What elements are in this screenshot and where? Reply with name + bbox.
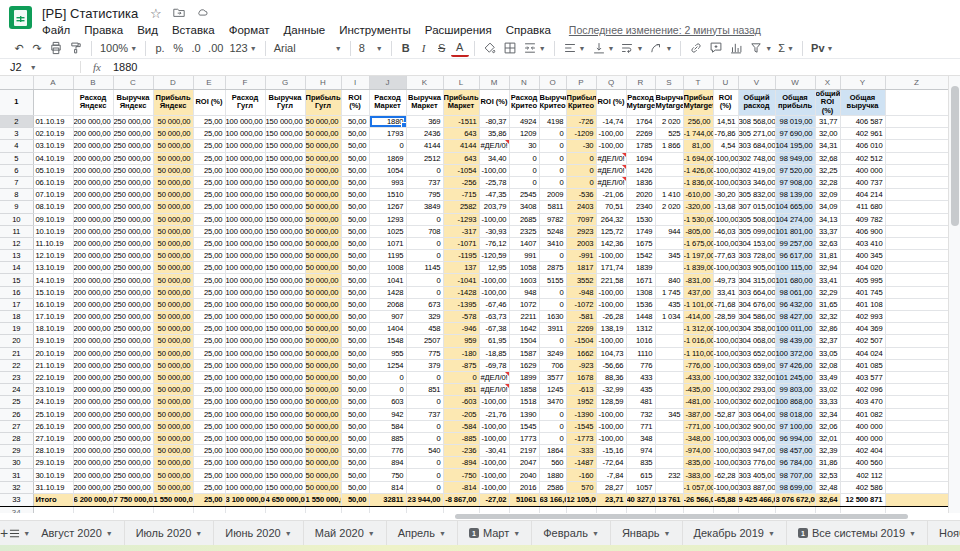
text-color-button[interactable]: A bbox=[451, 39, 469, 57]
menu-6[interactable]: Инструменты bbox=[333, 24, 417, 36]
cell[interactable]: 1 034 bbox=[655, 311, 683, 323]
cell[interactable]: 540 bbox=[406, 445, 443, 457]
cell[interactable]: 25,00 bbox=[193, 116, 225, 128]
column-title[interactable]: Прибыль Яндекс bbox=[153, 89, 193, 116]
cell[interactable]: 200 000,00 bbox=[73, 432, 113, 444]
cell[interactable]: 0 bbox=[539, 140, 566, 152]
column-title[interactable]: ROI (%) bbox=[713, 89, 738, 116]
cell[interactable] bbox=[885, 396, 948, 408]
cell[interactable]: 50,00 bbox=[341, 457, 369, 469]
cell-date[interactable]: 31.10.19 bbox=[33, 481, 73, 493]
cell[interactable]: 50 000,00 bbox=[305, 469, 341, 481]
cell[interactable]: 101 680,00 bbox=[775, 274, 815, 286]
cell[interactable] bbox=[225, 506, 265, 513]
cell[interactable]: 0 bbox=[539, 335, 566, 347]
cell[interactable]: 1504 bbox=[509, 335, 539, 347]
cell[interactable]: 98 139,00 bbox=[775, 189, 815, 201]
cell[interactable] bbox=[479, 506, 509, 513]
cell[interactable]: 584 bbox=[369, 420, 406, 432]
total-cell[interactable]: 12 105,00 bbox=[566, 493, 596, 506]
cell[interactable] bbox=[443, 506, 479, 513]
cell[interactable]: 50 000,00 bbox=[153, 384, 193, 396]
tab-menu-chevron-icon[interactable]: ▼ bbox=[768, 530, 775, 537]
cell[interactable]: 31,65 bbox=[815, 298, 840, 310]
cell[interactable]: -32,99 bbox=[596, 384, 626, 396]
cell[interactable]: 0 bbox=[406, 371, 443, 383]
cell-date[interactable]: 15.10.19 bbox=[33, 286, 73, 298]
cell[interactable]: -923 bbox=[566, 359, 596, 371]
cell[interactable]: 150 000,00 bbox=[265, 469, 305, 481]
cell[interactable]: 250 000,00 bbox=[113, 420, 153, 432]
cell[interactable]: 400 000 bbox=[840, 432, 885, 444]
cell[interactable]: 50 000,00 bbox=[305, 311, 341, 323]
cell[interactable]: 32,25 bbox=[815, 164, 840, 176]
cell-date[interactable]: 28.10.19 bbox=[33, 445, 73, 457]
cell[interactable]: 50 000,00 bbox=[305, 396, 341, 408]
cell[interactable]: 974 bbox=[626, 445, 655, 457]
cell[interactable]: 840 bbox=[655, 274, 683, 286]
cell[interactable] bbox=[153, 506, 193, 513]
cell[interactable]: -383,00 bbox=[683, 469, 713, 481]
cell[interactable]: 2340 bbox=[626, 201, 655, 213]
cell[interactable]: -100,00 bbox=[713, 445, 738, 457]
cell[interactable]: #ДЕЛ/0! bbox=[596, 176, 626, 188]
print-icon[interactable] bbox=[46, 39, 66, 57]
cell[interactable]: 100 000,00 bbox=[225, 420, 265, 432]
column-header-V[interactable]: V bbox=[738, 76, 775, 89]
cell[interactable]: -100,00 bbox=[713, 359, 738, 371]
row-header-10[interactable]: 10 bbox=[0, 213, 33, 225]
cell[interactable]: 345 bbox=[655, 250, 683, 262]
insert-link-icon[interactable] bbox=[686, 39, 706, 57]
cloud-saved-icon[interactable] bbox=[195, 6, 210, 22]
total-cell[interactable]: 9 425 466,00 bbox=[738, 493, 775, 506]
cell[interactable]: 0 bbox=[406, 250, 443, 262]
cell-date[interactable]: 08.10.19 bbox=[33, 201, 73, 213]
move-folder-icon[interactable] bbox=[172, 6, 186, 22]
cell[interactable]: 150 000,00 bbox=[265, 298, 305, 310]
cell[interactable]: 401 082 bbox=[840, 408, 885, 420]
cell[interactable]: 98 439,00 bbox=[775, 335, 815, 347]
cell[interactable]: 0 bbox=[539, 128, 566, 140]
cell[interactable]: -1071 bbox=[443, 237, 479, 249]
cell[interactable]: 305 099,00 bbox=[738, 225, 775, 237]
cell[interactable]: 171,74 bbox=[596, 262, 626, 274]
cell[interactable]: -100,00 bbox=[479, 481, 509, 493]
cell[interactable]: 0 bbox=[509, 152, 539, 164]
row-header-22[interactable]: 22 bbox=[0, 359, 33, 371]
cell[interactable]: 7097 bbox=[566, 213, 596, 225]
cell[interactable]: 50,00 bbox=[341, 359, 369, 371]
sheet-table[interactable]: ABCDEFGHIJKLMNOPQRSTUVWXYZ1Расход Яндекс… bbox=[0, 76, 948, 513]
cell[interactable]: 4,54 bbox=[713, 140, 738, 152]
spreadsheet-grid[interactable]: ABCDEFGHIJKLMNOPQRSTUVWXYZ1Расход Яндекс… bbox=[0, 76, 948, 513]
cell[interactable] bbox=[655, 347, 683, 359]
cell[interactable]: 50 000,00 bbox=[305, 201, 341, 213]
cell-date[interactable]: 07.10.19 bbox=[33, 189, 73, 201]
cell[interactable] bbox=[885, 323, 948, 335]
cell-date[interactable]: 22.10.19 bbox=[33, 371, 73, 383]
cell[interactable]: 150 000,00 bbox=[265, 432, 305, 444]
cell[interactable]: 2582 bbox=[443, 201, 479, 213]
total-cell[interactable]: 1 550 000,00 bbox=[153, 493, 193, 506]
cell[interactable]: 12,95 bbox=[479, 262, 509, 274]
row-header-33[interactable]: 33 bbox=[0, 493, 33, 506]
cell-date[interactable]: 25.10.19 bbox=[33, 408, 73, 420]
cell[interactable]: 25,00 bbox=[193, 347, 225, 359]
total-cell[interactable]: 3 076 672,00 bbox=[775, 493, 815, 506]
column-title[interactable]: ROI (%) bbox=[479, 89, 509, 116]
column-title[interactable]: ROI (%) bbox=[596, 89, 626, 116]
cell[interactable]: -100,00 bbox=[713, 371, 738, 383]
cell[interactable]: -56,66 bbox=[596, 359, 626, 371]
cell[interactable]: 150 000,00 bbox=[265, 250, 305, 262]
cell[interactable]: 0 bbox=[406, 420, 443, 432]
cell[interactable] bbox=[655, 420, 683, 432]
cell[interactable]: -481,00 bbox=[683, 396, 713, 408]
cell-date[interactable]: 24.10.19 bbox=[33, 396, 73, 408]
cell[interactable]: 1542 bbox=[626, 250, 655, 262]
cell[interactable] bbox=[885, 140, 948, 152]
cell[interactable]: 25,00 bbox=[193, 140, 225, 152]
cell[interactable]: -433,00 bbox=[683, 371, 713, 383]
cell[interactable]: 203,79 bbox=[479, 201, 509, 213]
cell[interactable]: -100,00 bbox=[479, 274, 509, 286]
cell[interactable]: -100,00 bbox=[596, 335, 626, 347]
cell[interactable]: 304 358,00 bbox=[738, 323, 775, 335]
